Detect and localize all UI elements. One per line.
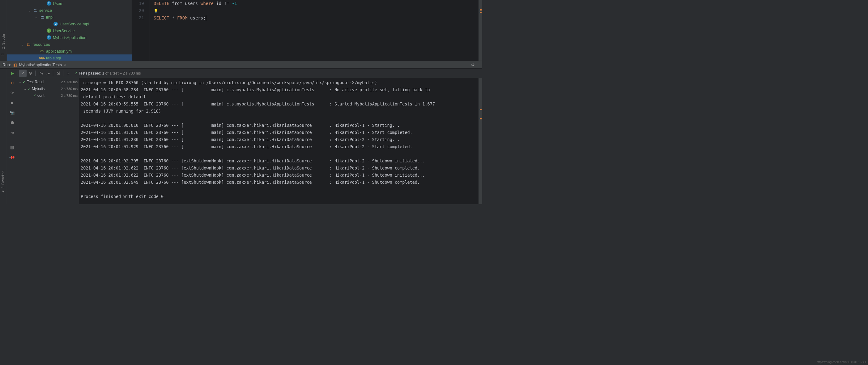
tree-item-label: service	[39, 8, 52, 13]
tree-item-label: resources	[32, 42, 50, 47]
test-duration: 2 s 730 ms	[61, 80, 79, 84]
stop-icon[interactable]: ■	[8, 99, 16, 107]
toggle-auto-icon[interactable]: ⟳	[8, 89, 16, 96]
check-icon: ✓	[23, 80, 26, 84]
tree-item-service[interactable]: ⌄🗀service	[7, 7, 132, 13]
tree-item-application-yml[interactable]: ⚙application.yml	[7, 48, 132, 55]
chevron-down-icon[interactable]: ⌄	[28, 9, 32, 12]
warning-marker[interactable]	[480, 12, 482, 13]
line-number: 20	[132, 7, 144, 14]
folder-icon: 🗀	[32, 8, 38, 13]
tree-item-users[interactable]: CUsers	[7, 0, 132, 7]
tree-item-label: UserService	[53, 28, 75, 33]
close-icon[interactable]: ×	[64, 62, 66, 67]
tree-item-resources[interactable]: ⌄🗀resources	[7, 41, 132, 48]
dump-icon[interactable]: 📷	[8, 109, 16, 116]
favorites-tool-label[interactable]: ★ 2: Favorites	[0, 170, 5, 195]
code-line[interactable]: SELECT * FROM users;	[154, 14, 478, 22]
more-button[interactable]: »	[65, 70, 72, 77]
editor-code-area[interactable]: DELETE from users where id != -1💡SELECT …	[150, 0, 478, 61]
test-tree[interactable]: ⌄✓Test Resul2 s 730 ms⌄✓Mybatis2 s 730 m…	[17, 78, 79, 204]
folder-icon: 🗀	[39, 15, 45, 20]
tree-item-table-sql[interactable]: SQLtable.sql	[7, 55, 132, 61]
chevron-down-icon[interactable]: ⌄	[19, 81, 23, 84]
run-label: Run:	[2, 62, 11, 67]
test-name: Test Resul	[27, 80, 61, 84]
console-output[interactable]: niuerge with PID 23760 (started by niuli…	[79, 78, 478, 204]
sort-duration-button[interactable]: ↓≡	[44, 70, 52, 77]
test-name: Mybatis	[32, 87, 61, 91]
minimize-icon[interactable]: ▭	[1, 52, 6, 58]
chevron-down-icon[interactable]: ⌄	[21, 43, 26, 46]
console-scrollbar[interactable]	[478, 78, 482, 204]
warning-marker[interactable]	[480, 109, 482, 110]
code-line[interactable]: 💡	[154, 7, 478, 14]
tree-item-label: table.sql	[46, 56, 61, 60]
tree-item-userservice[interactable]: IUserService	[7, 27, 132, 34]
structure-tool-label[interactable]: Z: Structu	[2, 34, 5, 49]
layout-icon[interactable]: ▤	[8, 144, 16, 151]
yml-icon: ⚙	[39, 49, 45, 54]
tree-item-impl[interactable]: ⌄🗀impl	[7, 13, 132, 21]
class-icon: C	[46, 1, 52, 6]
check-icon: ✓	[33, 93, 36, 98]
line-number: 21	[132, 14, 144, 21]
warning-marker[interactable]	[480, 118, 482, 119]
code-editor[interactable]: 192021 DELETE from users where id != -1💡…	[132, 0, 478, 61]
tree-item-label: Users	[53, 1, 63, 6]
sql-icon: SQL	[39, 56, 45, 59]
code-line[interactable]: DELETE from users where id != -1	[154, 0, 478, 7]
run-side-toolbar: ↻ ⟳ ■ 📷 ⬢ ⇥ ▤ 📌	[7, 78, 17, 204]
rerun-failed-icon[interactable]: ↻	[8, 79, 16, 87]
left-sidebar: Z: Structu ▭	[0, 0, 7, 61]
resources-icon: 🗀	[26, 42, 31, 47]
rerun-button[interactable]: ▶	[9, 70, 17, 77]
tree-item-userserviceimpl[interactable]: CUserServiceImpl	[7, 21, 132, 27]
chevron-down-icon[interactable]: ⌄	[35, 16, 39, 19]
interface-icon: I	[46, 28, 52, 33]
line-number: 19	[132, 0, 144, 7]
debug-icon[interactable]: ⬢	[8, 119, 16, 126]
warning-marker[interactable]	[480, 9, 482, 10]
run-toolbar: ▶ ✓ ⊘ ↓ᴬᵤ ↓≡ ⇲ » ✓ Tests passed: 1 of 1 …	[7, 69, 482, 78]
run-tab[interactable]: ◧ MybatisApplicationTests ×	[11, 61, 69, 68]
pin-icon[interactable]: 📌	[7, 152, 17, 162]
class-icon: C	[53, 22, 58, 26]
tree-item-label: MybatisApplication	[53, 35, 86, 40]
test-row[interactable]: ⌄✓Mybatis2 s 730 ms	[17, 85, 79, 92]
tree-item-label: impl	[46, 15, 54, 20]
expand-all-button[interactable]: ⇲	[54, 70, 62, 77]
test-duration: 2 s 730 ms	[61, 94, 79, 97]
sort-button[interactable]: ↓ᴬᵤ	[37, 70, 44, 77]
text-cursor	[206, 16, 206, 21]
run-tab-label: MybatisApplicationTests	[19, 62, 62, 67]
toggle-ignore-button[interactable]: ⊘	[27, 70, 34, 77]
exit-icon[interactable]: ⇥	[8, 129, 16, 136]
run-config-icon: ◧	[13, 62, 17, 67]
test-summary: ✓ Tests passed: 1 of 1 test – 2 s 730 ms	[74, 71, 141, 75]
check-icon: ✓	[28, 87, 31, 91]
tree-item-mybatisapplication[interactable]: CMybatisApplication	[7, 34, 132, 41]
toggle-pass-button[interactable]: ✓	[19, 70, 27, 77]
class-icon: C	[46, 35, 52, 39]
test-duration: 2 s 730 ms	[61, 87, 79, 91]
project-tree[interactable]: CUsers⌄🗀service⌄🗀implCUserServiceImplIUs…	[7, 0, 132, 61]
test-row[interactable]: ✓cont2 s 730 ms	[17, 92, 79, 99]
gear-icon[interactable]: ⚙	[471, 62, 475, 67]
chevron-down-icon[interactable]: ⌄	[24, 87, 28, 91]
test-name: cont	[37, 93, 61, 98]
hide-icon[interactable]: −	[477, 62, 480, 67]
tree-item-label: UserServiceImpl	[60, 22, 89, 26]
run-tool-header: Run: ◧ MybatisApplicationTests × ⚙ −	[0, 61, 482, 69]
tree-item-label: application.yml	[46, 49, 73, 54]
test-row[interactable]: ⌄✓Test Resul2 s 730 ms	[17, 79, 79, 85]
editor-gutter: 192021	[132, 0, 150, 61]
editor-scrollbar[interactable]	[478, 0, 482, 61]
